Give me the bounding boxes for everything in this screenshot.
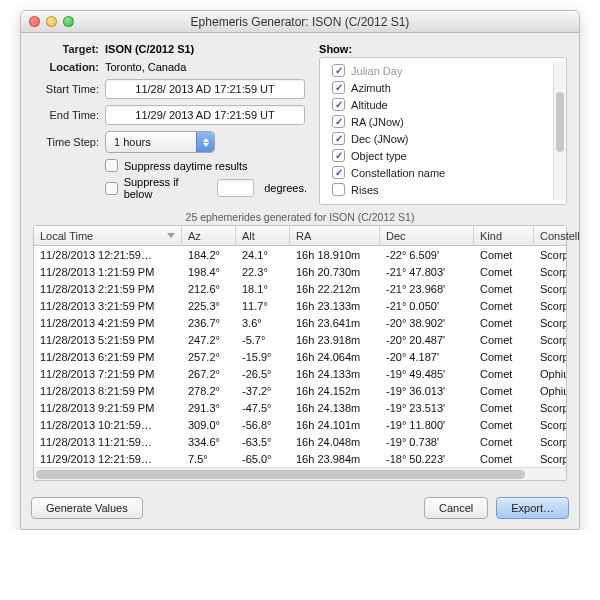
table-cell: Scorpi bbox=[534, 399, 566, 416]
table-cell: 11/28/2013 2:21:59 PM bbox=[34, 280, 182, 297]
suppress-below-label-post: degrees. bbox=[264, 182, 307, 194]
column-header[interactable]: RA bbox=[290, 226, 380, 245]
hscrollbar-thumb[interactable] bbox=[36, 470, 525, 479]
table-cell: -21° 0.050' bbox=[380, 297, 474, 314]
table-row[interactable]: 11/28/2013 6:21:59 PM257.2°-15.9°16h 24.… bbox=[34, 348, 566, 365]
table-cell: 225.3° bbox=[182, 297, 236, 314]
column-header[interactable]: Dec bbox=[380, 226, 474, 245]
table-row[interactable]: 11/28/2013 1:21:59 PM198.4°22.3°16h 20.7… bbox=[34, 263, 566, 280]
table-row[interactable]: 11/28/2013 11:21:59…334.6°-63.5°16h 24.0… bbox=[34, 433, 566, 450]
show-option[interactable]: Constellation name bbox=[326, 164, 560, 181]
checkbox-icon[interactable] bbox=[332, 115, 345, 128]
table-cell: 16h 23.918m bbox=[290, 331, 380, 348]
end-time-value: 11/29/ 2013 AD 17:21:59 UT bbox=[135, 109, 274, 121]
table-cell: 278.2° bbox=[182, 382, 236, 399]
location-value: Toronto, Canada bbox=[105, 61, 186, 73]
table-row[interactable]: 11/28/2013 4:21:59 PM236.7°3.6°16h 23.64… bbox=[34, 314, 566, 331]
table-cell: -20° 20.487' bbox=[380, 331, 474, 348]
table-row[interactable]: 11/28/2013 9:21:59 PM291.3°-47.5°16h 24.… bbox=[34, 399, 566, 416]
show-option[interactable]: Rises bbox=[326, 181, 560, 198]
table-body: 11/28/2013 12:21:59…184.2°24.1°16h 18.91… bbox=[34, 246, 566, 467]
table-row[interactable]: 11/28/2013 3:21:59 PM225.3°11.7°16h 23.1… bbox=[34, 297, 566, 314]
checkbox-icon[interactable] bbox=[332, 64, 345, 77]
table-cell: 11/28/2013 10:21:59… bbox=[34, 416, 182, 433]
table-cell: -19° 49.485' bbox=[380, 365, 474, 382]
table-cell: 16h 24.048m bbox=[290, 433, 380, 450]
show-option[interactable]: Azimuth bbox=[326, 79, 560, 96]
export-button[interactable]: Export… bbox=[496, 497, 569, 519]
column-header[interactable]: Kind bbox=[474, 226, 534, 245]
scrollbar-thumb[interactable] bbox=[556, 92, 564, 152]
show-option[interactable]: RA (JNow) bbox=[326, 113, 560, 130]
checkbox-icon[interactable] bbox=[332, 98, 345, 111]
table-row[interactable]: 11/29/2013 12:21:59…7.5°-65.0°16h 23.984… bbox=[34, 450, 566, 467]
checkbox-icon[interactable] bbox=[332, 132, 345, 145]
suppress-daytime-checkbox[interactable] bbox=[105, 159, 118, 172]
table-cell: 11/28/2013 1:21:59 PM bbox=[34, 263, 182, 280]
show-option-label: Object type bbox=[351, 150, 407, 162]
table-cell: -21° 47.803' bbox=[380, 263, 474, 280]
checkbox-icon[interactable] bbox=[332, 183, 345, 196]
show-option[interactable]: Altitude bbox=[326, 96, 560, 113]
table-cell: 16h 20.730m bbox=[290, 263, 380, 280]
table-cell: Comet bbox=[474, 314, 534, 331]
table-cell: 16h 23.133m bbox=[290, 297, 380, 314]
table-cell: Comet bbox=[474, 433, 534, 450]
column-header[interactable]: Local Time bbox=[34, 226, 182, 245]
column-header[interactable]: Constellat bbox=[534, 226, 580, 245]
table-cell: 11/28/2013 8:21:59 PM bbox=[34, 382, 182, 399]
table-row[interactable]: 11/28/2013 5:21:59 PM247.2°-5.7°16h 23.9… bbox=[34, 331, 566, 348]
cancel-button[interactable]: Cancel bbox=[424, 497, 488, 519]
table-cell: 257.2° bbox=[182, 348, 236, 365]
table-cell: Scorpi bbox=[534, 246, 566, 263]
end-time-label: End Time: bbox=[33, 109, 99, 121]
table-cell: 16h 24.133m bbox=[290, 365, 380, 382]
target-value: ISON (C/2012 S1) bbox=[105, 43, 194, 55]
suppress-daytime-label: Suppress daytime results bbox=[124, 160, 248, 172]
table-cell: 309.0° bbox=[182, 416, 236, 433]
table-cell: 198.4° bbox=[182, 263, 236, 280]
show-option[interactable]: Object type bbox=[326, 147, 560, 164]
parameters-form: Target: ISON (C/2012 S1) Location: Toron… bbox=[33, 43, 307, 205]
table-row[interactable]: 11/28/2013 12:21:59…184.2°24.1°16h 18.91… bbox=[34, 246, 566, 263]
end-time-field[interactable]: 11/29/ 2013 AD 17:21:59 UT bbox=[105, 105, 305, 125]
column-header[interactable]: Az bbox=[182, 226, 236, 245]
sort-indicator-icon bbox=[167, 233, 175, 238]
show-option-label: Constellation name bbox=[351, 167, 445, 179]
table-cell: 11/29/2013 12:21:59… bbox=[34, 450, 182, 467]
table-row[interactable]: 11/28/2013 2:21:59 PM212.6°18.1°16h 22.2… bbox=[34, 280, 566, 297]
table-cell: 16h 22.212m bbox=[290, 280, 380, 297]
checkbox-icon[interactable] bbox=[332, 166, 345, 179]
titlebar[interactable]: Ephemeris Generator: ISON (C/2012 S1) bbox=[21, 11, 579, 33]
table-cell: -65.0° bbox=[236, 450, 290, 467]
show-option[interactable]: Julian Day bbox=[326, 62, 560, 79]
start-time-label: Start Time: bbox=[33, 83, 99, 95]
column-header[interactable]: Alt bbox=[236, 226, 290, 245]
suppress-below-label-pre: Suppress if below bbox=[124, 176, 208, 200]
table-cell: Scorpi bbox=[534, 297, 566, 314]
time-step-select[interactable]: 1 hours bbox=[105, 131, 215, 153]
table-row[interactable]: 11/28/2013 7:21:59 PM267.2°-26.5°16h 24.… bbox=[34, 365, 566, 382]
checkbox-icon[interactable] bbox=[332, 81, 345, 94]
table-cell: -20° 38.902' bbox=[380, 314, 474, 331]
table-cell: Comet bbox=[474, 263, 534, 280]
table-header: Local TimeAzAltRADecKindConstellat bbox=[34, 226, 566, 246]
table-cell: Ophiu bbox=[534, 382, 566, 399]
show-scrollbar[interactable] bbox=[553, 62, 565, 200]
suppress-below-degrees-field[interactable] bbox=[217, 179, 254, 197]
table-cell: 16h 24.152m bbox=[290, 382, 380, 399]
table-cell: 7.5° bbox=[182, 450, 236, 467]
table-row[interactable]: 11/28/2013 8:21:59 PM278.2°-37.2°16h 24.… bbox=[34, 382, 566, 399]
content-area: Target: ISON (C/2012 S1) Location: Toron… bbox=[21, 33, 579, 489]
table-row[interactable]: 11/28/2013 10:21:59…309.0°-56.8°16h 24.1… bbox=[34, 416, 566, 433]
table-cell: -19° 11.800' bbox=[380, 416, 474, 433]
table-cell: -21° 23.968' bbox=[380, 280, 474, 297]
show-option[interactable]: Dec (JNow) bbox=[326, 130, 560, 147]
table-hscrollbar[interactable] bbox=[34, 467, 566, 480]
checkbox-icon[interactable] bbox=[332, 149, 345, 162]
suppress-below-checkbox[interactable] bbox=[105, 182, 118, 195]
start-time-field[interactable]: 11/28/ 2013 AD 17:21:59 UT bbox=[105, 79, 305, 99]
show-columns-panel: Show: Julian DayAzimuthAltitudeRA (JNow)… bbox=[319, 43, 567, 205]
generate-button[interactable]: Generate Values bbox=[31, 497, 143, 519]
table-cell: Scorpi bbox=[534, 331, 566, 348]
